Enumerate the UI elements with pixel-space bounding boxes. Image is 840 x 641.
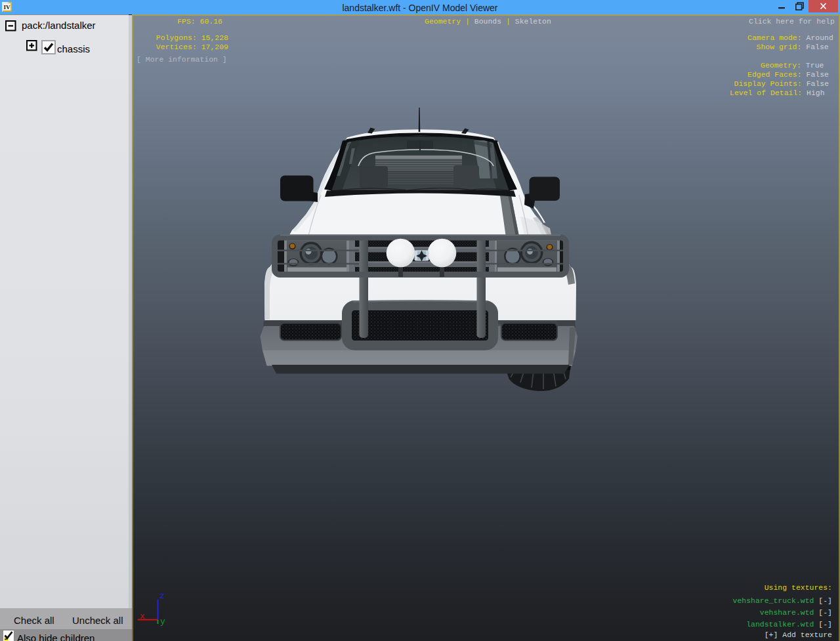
svg-text:y: y (160, 617, 165, 627)
svg-text:z: z (159, 591, 165, 601)
svg-text:IV: IV (3, 4, 10, 10)
